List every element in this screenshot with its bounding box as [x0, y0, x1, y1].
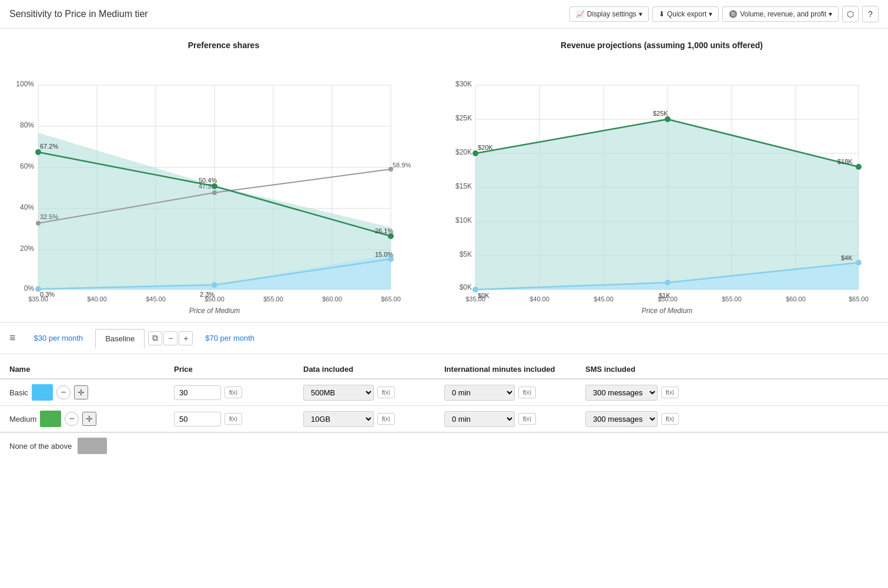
- help-button[interactable]: ?: [862, 6, 879, 22]
- medium-intl-select[interactable]: 0 min 100 min 200 min: [444, 411, 515, 427]
- medium-data-select[interactable]: 10GB 500MB 1GB 5GB: [303, 411, 374, 427]
- svg-text:$15K: $15K: [455, 182, 472, 190]
- svg-point-28: [212, 183, 217, 189]
- svg-text:$65.00: $65.00: [381, 295, 401, 303]
- table-row: Medium − ✛ f(x) 10GB 500MB 1GB 5GB f(x) …: [0, 406, 888, 432]
- preference-shares-chart: Preference shares 100% 80% 60% 40% 20% 0…: [6, 41, 441, 316]
- basic-data-select[interactable]: 500MB 1GB 5GB 10GB: [303, 385, 374, 401]
- page-title: Sensitivity to Price in Medium tier: [9, 9, 148, 19]
- basic-remove-button[interactable]: −: [56, 385, 71, 399]
- revenue-projections-chart: Revenue projections (assuming 1,000 unit…: [441, 41, 882, 316]
- svg-text:80%: 80%: [20, 121, 34, 129]
- data-cell-basic: 500MB 1GB 5GB 10GB f(x): [303, 385, 444, 401]
- export-icon: ⬇: [659, 10, 665, 18]
- medium-price-fx-button[interactable]: f(x): [224, 413, 242, 425]
- svg-text:$30K: $30K: [455, 80, 472, 88]
- svg-text:50.4%: 50.4%: [199, 177, 217, 184]
- remove-tab-button[interactable]: −: [163, 331, 177, 345]
- price-cell-medium: f(x): [174, 412, 303, 426]
- page-header: Sensitivity to Price in Medium tier 📈 Di…: [0, 0, 888, 29]
- left-chart-svg: 100% 80% 60% 40% 20% 0%: [12, 56, 411, 314]
- intl-cell-medium: 0 min 100 min 200 min f(x): [444, 411, 585, 427]
- copy-tab-button[interactable]: ⧉: [148, 331, 162, 345]
- svg-text:$18K: $18K: [837, 158, 853, 165]
- basic-move-button[interactable]: ✛: [74, 385, 88, 399]
- right-chart-svg: $30K $25K $20K $15K $10K $5K $0K: [447, 56, 876, 314]
- left-chart-title: Preference shares: [12, 41, 435, 50]
- question-icon: ?: [868, 9, 873, 19]
- chevron-down-icon: ▾: [829, 10, 832, 18]
- name-cell-basic: Basic − ✛: [9, 384, 174, 401]
- share-button[interactable]: ⬡: [842, 6, 859, 22]
- svg-text:$40.00: $40.00: [530, 295, 549, 303]
- svg-text:$45.00: $45.00: [594, 295, 614, 303]
- sms-cell-medium: 300 messages 100 messages 500 messages f…: [585, 411, 715, 427]
- basic-data-fx-button[interactable]: f(x): [377, 387, 395, 398]
- svg-text:$50.00: $50.00: [658, 295, 678, 303]
- svg-text:$0K: $0K: [460, 283, 472, 291]
- tab-controls: ⧉ − +: [148, 331, 193, 345]
- tab-70-per-month[interactable]: $70 per month: [195, 328, 264, 348]
- share-icon: ⬡: [847, 9, 854, 19]
- medium-sms-fx-button[interactable]: f(x): [661, 413, 679, 425]
- basic-sms-fx-button[interactable]: f(x): [661, 387, 679, 398]
- charts-area: Preference shares 100% 80% 60% 40% 20% 0…: [0, 29, 888, 322]
- basic-color-swatch: [32, 384, 53, 401]
- col-header-data: Data included: [303, 365, 444, 374]
- svg-point-21: [36, 221, 41, 226]
- basic-intl-fx-button[interactable]: f(x): [518, 387, 536, 398]
- svg-text:$20K: $20K: [478, 144, 493, 151]
- basic-sms-select[interactable]: 300 messages 100 messages 500 messages: [585, 385, 658, 401]
- svg-text:0%: 0%: [24, 284, 35, 293]
- chevron-down-icon: ▾: [639, 10, 642, 18]
- add-tab-button[interactable]: +: [179, 331, 193, 345]
- none-above-swatch: [78, 438, 107, 454]
- svg-text:$60.00: $60.00: [322, 295, 342, 303]
- table-row: Basic − ✛ f(x) 500MB 1GB 5GB 10GB f(x) 0…: [0, 379, 888, 406]
- svg-text:$65.00: $65.00: [849, 295, 869, 303]
- dollar-circle-icon: 🔘: [729, 10, 738, 18]
- basic-price-fx-button[interactable]: f(x): [224, 387, 242, 398]
- none-above-row: None of the above: [0, 432, 888, 459]
- col-header-sms: SMS included: [585, 365, 715, 374]
- medium-label: Medium: [9, 415, 36, 424]
- volume-revenue-button[interactable]: 🔘 Volume, revenue, and profit ▾: [722, 6, 839, 22]
- svg-point-22: [212, 190, 217, 195]
- svg-point-78: [856, 260, 862, 266]
- medium-remove-button[interactable]: −: [65, 412, 79, 426]
- chart-icon: 📈: [576, 10, 585, 18]
- header-controls: 📈 Display settings ▾ ⬇ Quick export ▾ 🔘 …: [569, 6, 879, 22]
- tab-30-per-month[interactable]: $30 per month: [24, 328, 93, 348]
- svg-text:$60.00: $60.00: [786, 295, 806, 303]
- svg-text:100%: 100%: [16, 80, 34, 88]
- chevron-down-icon: ▾: [709, 10, 712, 18]
- basic-price-input[interactable]: [174, 385, 221, 400]
- svg-text:$55.00: $55.00: [722, 295, 742, 303]
- intl-cell-basic: 0 min 100 min 200 min f(x): [444, 385, 585, 401]
- medium-move-button[interactable]: ✛: [82, 412, 96, 426]
- svg-text:40%: 40%: [20, 203, 34, 211]
- tab-baseline[interactable]: Baseline: [95, 329, 145, 348]
- quick-export-button[interactable]: ⬇ Quick export ▾: [652, 6, 719, 22]
- none-above-label: None of the above: [9, 442, 72, 451]
- medium-data-fx-button[interactable]: f(x): [377, 413, 395, 425]
- table-header: Name Price Data included International m…: [0, 360, 888, 379]
- data-cell-medium: 10GB 500MB 1GB 5GB f(x): [303, 411, 444, 427]
- svg-point-34: [212, 282, 217, 288]
- medium-price-input[interactable]: [174, 412, 221, 426]
- svg-text:$20K: $20K: [455, 148, 472, 156]
- price-cell-basic: f(x): [174, 385, 303, 400]
- svg-text:$35.00: $35.00: [465, 295, 485, 303]
- hamburger-icon[interactable]: ≡: [9, 332, 16, 344]
- name-cell-medium: Medium − ✛: [9, 411, 174, 427]
- svg-text:$25K: $25K: [653, 110, 668, 117]
- svg-text:$55.00: $55.00: [263, 295, 283, 303]
- medium-sms-select[interactable]: 300 messages 100 messages 500 messages: [585, 411, 658, 427]
- display-settings-button[interactable]: 📈 Display settings ▾: [569, 6, 649, 22]
- svg-text:$4K: $4K: [841, 254, 853, 261]
- col-header-name: Name: [9, 365, 174, 374]
- basic-intl-select[interactable]: 0 min 100 min 200 min: [444, 385, 515, 401]
- basic-label: Basic: [9, 388, 28, 397]
- sms-cell-basic: 300 messages 100 messages 500 messages f…: [585, 385, 715, 401]
- medium-intl-fx-button[interactable]: f(x): [518, 413, 536, 425]
